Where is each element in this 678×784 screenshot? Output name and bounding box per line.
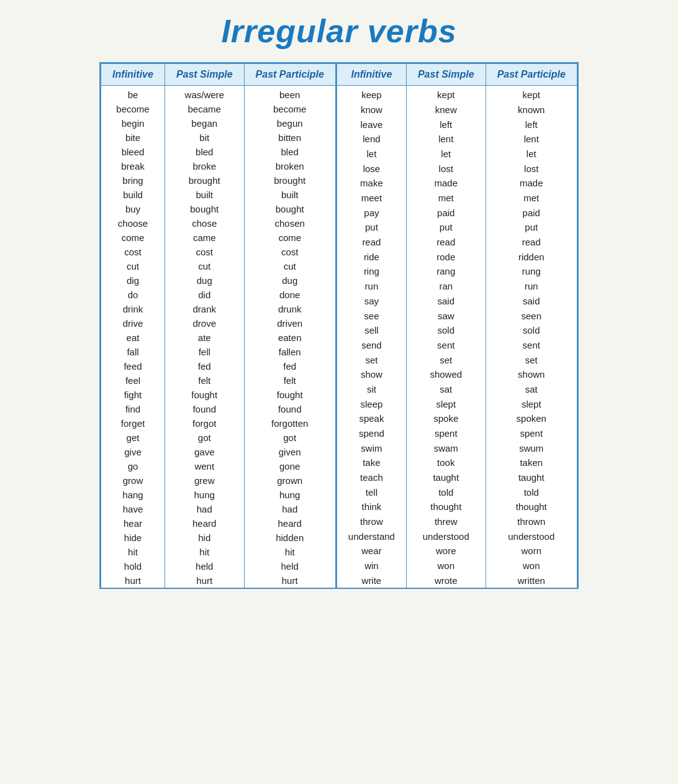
table-cell: feed: [101, 359, 165, 373]
table-row: breakbrokebroken: [101, 159, 336, 173]
table-cell: saw: [406, 308, 486, 323]
table-row: dodiddone: [101, 288, 336, 302]
table-cell: read: [486, 235, 577, 250]
table-cell: taken: [486, 455, 577, 470]
table-cell: cut: [244, 259, 336, 273]
table-cell: gave: [165, 445, 244, 459]
table-cell: rang: [406, 264, 486, 279]
table-cell: took: [406, 455, 486, 470]
table-cell: heard: [165, 516, 244, 531]
left-header-infinitive: Infinitive: [101, 64, 165, 86]
right-header-infinitive: Infinitive: [337, 64, 406, 86]
table-row: havehadhad: [101, 502, 336, 516]
table-cell: come: [101, 230, 165, 245]
table-row: seesawseen: [337, 308, 577, 323]
table-cell: have: [101, 502, 165, 516]
table-cell: put: [337, 220, 406, 235]
table-cell: hung: [244, 488, 336, 502]
right-header-past-participle: Past Participle: [486, 64, 577, 86]
table-cell: make: [337, 176, 406, 191]
table-row: drivedrovedriven: [101, 316, 336, 330]
table-row: thinkthoughtthought: [337, 499, 577, 514]
table-cell: leave: [337, 117, 406, 132]
table-cell: understood: [406, 529, 486, 544]
table-cell: went: [165, 459, 244, 473]
table-cell: let: [486, 147, 577, 162]
table-cell: made: [486, 176, 577, 191]
table-cell: sent: [486, 338, 577, 353]
table-row: sleepsleptslept: [337, 396, 577, 411]
table-cell: cost: [101, 245, 165, 259]
left-header-past-participle: Past Participle: [244, 64, 336, 86]
table-cell: heard: [244, 516, 336, 531]
table-cell: hit: [165, 545, 244, 559]
table-cell: found: [244, 402, 336, 416]
table-cell: run: [337, 279, 406, 294]
table-cell: spoken: [486, 411, 577, 426]
table-cell: fed: [244, 359, 336, 373]
table-cell: left: [406, 117, 486, 132]
table-cell: given: [244, 445, 336, 459]
table-cell: give: [101, 445, 165, 459]
table-row: wearworeworn: [337, 544, 577, 558]
table-cell: ride: [337, 249, 406, 264]
table-cell: know: [337, 103, 406, 117]
table-row: buildbuiltbuilt: [101, 188, 336, 202]
table-cell: chose: [165, 216, 244, 230]
table-cell: let: [337, 147, 406, 162]
table-row: gowentgone: [101, 459, 336, 473]
table-row: loselostlost: [337, 161, 577, 176]
table-row: findfoundfound: [101, 402, 336, 416]
table-cell: wore: [406, 544, 486, 558]
table-cell: showed: [406, 367, 486, 382]
table-cell: bitten: [244, 130, 336, 145]
table-cell: hurt: [165, 573, 244, 588]
table-cell: hidden: [244, 531, 336, 545]
table-row: choosechosechosen: [101, 216, 336, 230]
table-cell: bleed: [101, 145, 165, 159]
table-row: givegavegiven: [101, 445, 336, 459]
table-cell: bit: [165, 130, 244, 145]
table-cell: sent: [406, 338, 486, 353]
table-cell: spend: [337, 426, 406, 441]
table-cell: spent: [486, 426, 577, 441]
table-cell: taught: [406, 470, 486, 485]
table-cell: driven: [244, 316, 336, 330]
table-row: teachtaughttaught: [337, 470, 577, 485]
table-cell: got: [244, 431, 336, 445]
table-cell: said: [406, 294, 486, 309]
table-cell: lent: [486, 132, 577, 147]
table-cell: let: [406, 147, 486, 162]
table-cell: go: [101, 459, 165, 473]
table-row: runranrun: [337, 279, 577, 294]
table-cell: run: [486, 279, 577, 294]
table-cell: bring: [101, 173, 165, 188]
table-cell: fallen: [244, 345, 336, 359]
left-table: Infinitive Past Simple Past Participle b…: [101, 63, 337, 588]
table-cell: lose: [337, 161, 406, 176]
table-cell: swam: [406, 440, 486, 455]
table-cell: think: [337, 499, 406, 514]
table-cell: ridden: [486, 249, 577, 264]
table-cell: told: [406, 485, 486, 499]
table-cell: sleep: [337, 396, 406, 411]
table-cell: lost: [486, 161, 577, 176]
tables-container: Infinitive Past Simple Past Participle b…: [99, 62, 579, 589]
table-cell: hurt: [101, 573, 165, 588]
table-row: buyboughtbought: [101, 202, 336, 216]
table-cell: lost: [406, 161, 486, 176]
table-cell: felt: [165, 373, 244, 388]
right-header-past-simple: Past Simple: [406, 64, 486, 86]
table-row: ringrangrung: [337, 264, 577, 279]
table-cell: brought: [244, 173, 336, 188]
table-cell: known: [486, 103, 577, 117]
table-cell: hear: [101, 516, 165, 531]
table-cell: written: [486, 573, 577, 588]
table-cell: set: [486, 352, 577, 367]
table-cell: read: [406, 235, 486, 250]
table-cell: drunk: [244, 302, 336, 316]
table-cell: knew: [406, 103, 486, 117]
table-row: digdugdug: [101, 273, 336, 288]
table-row: swimswamswum: [337, 440, 577, 455]
table-row: spendspentspent: [337, 426, 577, 441]
